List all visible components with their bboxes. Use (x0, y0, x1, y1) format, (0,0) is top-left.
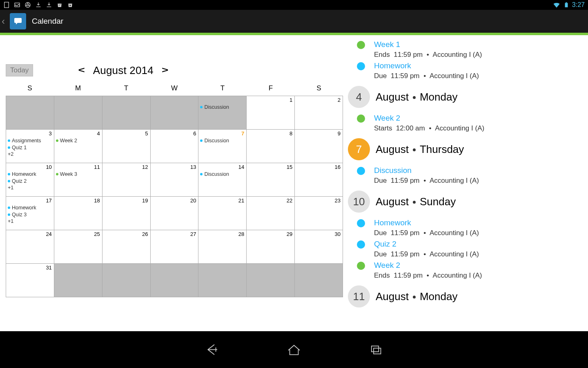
today-button[interactable]: Today (6, 64, 33, 76)
calendar-cell[interactable]: 9 (295, 130, 343, 163)
calendar-cell[interactable]: 1 (247, 96, 295, 130)
calendar-cell[interactable] (54, 96, 102, 130)
agenda-item-title: Homework (374, 61, 479, 70)
calendar-cell[interactable]: 3AssignmentsQuiz 1+2 (6, 130, 54, 163)
calendar-cell[interactable]: 29 (247, 230, 295, 264)
clock-text: 3:27 (572, 1, 585, 9)
day-number: 26 (142, 231, 148, 237)
calendar-cell[interactable]: 13 (151, 163, 199, 197)
calendar-cell[interactable]: 5 (102, 130, 151, 163)
calendar-cell[interactable]: 12 (102, 163, 151, 197)
status-bar: 3:27 (0, 0, 588, 10)
day-number: 16 (335, 164, 341, 170)
calendar-cell[interactable]: 23 (295, 197, 343, 230)
agenda-day-header[interactable]: 7AugustThursday (348, 138, 583, 160)
event-dot-icon (56, 139, 58, 142)
agenda-day-header[interactable]: 11AugustMonday (348, 285, 583, 307)
calendar-cell[interactable] (102, 96, 151, 130)
android-nav-bar (0, 331, 588, 368)
weekday-row: SMTWTFS (6, 81, 343, 96)
weekday-header: T (198, 81, 247, 96)
calendar-cell[interactable]: 26 (102, 230, 151, 264)
calendar-cell[interactable]: 8 (247, 130, 295, 163)
calendar-cell[interactable] (102, 264, 151, 297)
calendar-cell[interactable]: 17HomeworkQuiz 3+1 (6, 197, 54, 230)
home-nav-icon[interactable] (285, 341, 303, 358)
weekday-header: M (54, 81, 102, 96)
day-number: 14 (238, 164, 244, 170)
calendar-cell[interactable]: 21 (198, 197, 247, 230)
day-number: 3 (49, 130, 52, 137)
play-shop-icon (67, 2, 74, 8)
calendar-cell[interactable]: 10HomeworkQuiz 2+1 (6, 163, 54, 197)
next-month-button[interactable]: > (162, 66, 168, 75)
agenda-item[interactable]: DiscussionDue 11:59 pm • Accounting I (A… (348, 166, 583, 185)
calendar-cell[interactable]: 20 (151, 197, 199, 230)
agenda-item[interactable]: Quiz 2Due 11:59 pm • Accounting I (A) (348, 240, 583, 258)
calendar-cell[interactable]: 24 (6, 230, 54, 264)
event-title: Homework (12, 171, 36, 178)
calendar-cell[interactable]: 19 (102, 197, 151, 230)
day-number-badge: 10 (348, 191, 370, 213)
day-number: 7 (241, 130, 244, 137)
chat-bubble-icon (13, 16, 23, 26)
more-events-label: +1 (8, 218, 52, 224)
calendar-cell[interactable]: 28 (198, 230, 247, 264)
calendar-cell[interactable]: 15 (247, 163, 295, 197)
svg-rect-0 (4, 2, 9, 7)
calendar-cell[interactable]: 16 (295, 163, 343, 197)
calendar-cell[interactable]: 30 (295, 230, 343, 264)
agenda-day-header[interactable]: 4AugustMonday (348, 86, 583, 108)
app-icon[interactable] (10, 13, 26, 29)
more-events-label: +2 (8, 151, 52, 157)
calendar-cell[interactable]: 4Week 2 (54, 130, 102, 163)
calendar-cell[interactable]: 18 (54, 197, 102, 230)
picture-icon (14, 2, 20, 8)
day-number: 29 (287, 231, 292, 237)
agenda-item[interactable]: Week 2Starts 12:00 am • Accounting I (A) (348, 114, 583, 132)
main-content: Today < August 2014 > SMTWTFS Discussion… (0, 35, 588, 331)
calendar-cell[interactable]: 11Week 3 (54, 163, 102, 197)
event-title: Week 3 (60, 171, 77, 178)
more-events-label: +1 (8, 185, 52, 191)
recents-nav-icon[interactable] (368, 341, 385, 358)
agenda-item-title: Week 2 (374, 261, 482, 270)
calendar-cell[interactable]: 6 (151, 130, 199, 163)
day-number: 31 (46, 265, 51, 271)
calendar-cell[interactable]: Discussion (198, 96, 247, 130)
cell-event: Quiz 1 (8, 144, 52, 151)
agenda-day-header[interactable]: 10AugustSunday (348, 191, 583, 213)
calendar-cell[interactable] (198, 264, 247, 297)
agenda-item-title: Homework (374, 218, 479, 227)
event-dot-icon (200, 139, 203, 142)
back-chevron-icon[interactable]: ‹ (2, 16, 7, 27)
calendar-cell[interactable]: 31 (6, 264, 54, 297)
calendar-cell[interactable] (295, 264, 343, 297)
agenda-item[interactable]: Week 2Ends 11:59 pm • Accounting I (A) (348, 261, 583, 280)
calendar-cell[interactable] (247, 264, 295, 297)
calendar-cell[interactable] (6, 96, 54, 130)
calendar-cell[interactable]: 27 (151, 230, 199, 264)
prev-month-button[interactable]: < (78, 66, 85, 75)
calendar-cell[interactable] (54, 264, 102, 297)
svg-point-3 (27, 4, 29, 6)
agenda-pane[interactable]: Week 1Ends 11:59 pm • Accounting I (A)Ho… (343, 35, 588, 331)
calendar-cell[interactable]: 2 (295, 96, 343, 130)
agenda-item[interactable]: HomeworkDue 11:59 pm • Accounting I (A) (348, 61, 583, 80)
calendar-cell[interactable]: 14Discussion (198, 163, 247, 197)
calendar-cell[interactable]: 25 (54, 230, 102, 264)
agenda-item-meta: Ends 11:59 pm • Accounting I (A) (374, 51, 482, 59)
agenda-item[interactable]: Week 1Ends 11:59 pm • Accounting I (A) (348, 40, 583, 59)
agenda-item[interactable]: HomeworkDue 11:59 pm • Accounting I (A) (348, 218, 583, 237)
day-number: 18 (94, 197, 100, 204)
cell-event: Week 3 (56, 171, 100, 178)
calendar-cell[interactable]: 7Discussion (198, 130, 247, 163)
agenda-dot-icon (357, 167, 365, 175)
back-nav-icon[interactable] (203, 341, 220, 358)
svg-rect-6 (566, 2, 567, 3)
calendar-cell[interactable] (151, 96, 199, 130)
download-icon (46, 2, 52, 8)
calendar-cell[interactable] (151, 264, 199, 297)
calendar-cell[interactable]: 22 (247, 197, 295, 230)
day-number: 21 (238, 197, 244, 204)
